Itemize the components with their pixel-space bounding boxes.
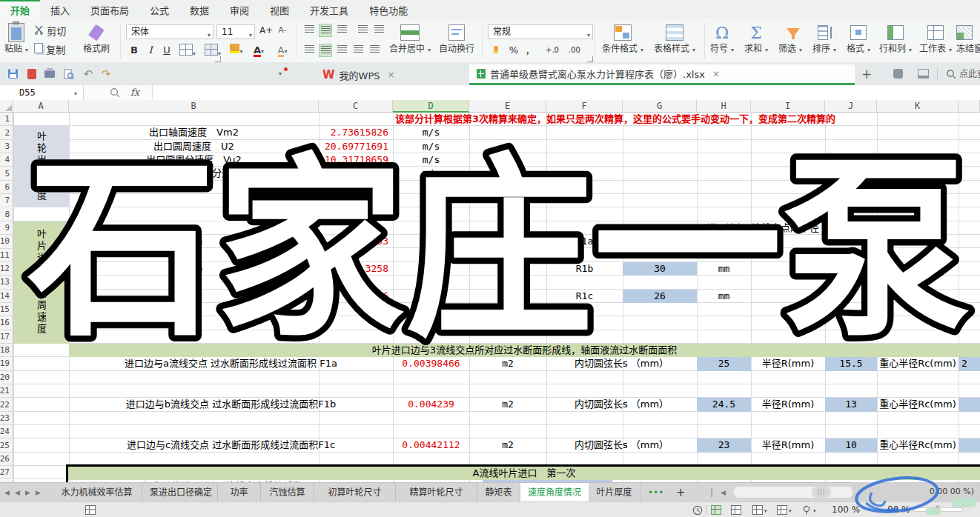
col-header-I[interactable]: I (751, 100, 825, 113)
sheet-tab-cavitation[interactable]: 汽蚀估算 (261, 483, 314, 502)
menu-tab-data[interactable]: 数据 (179, 0, 219, 19)
cell-unit[interactable]: m/s (393, 290, 469, 303)
sheet-tab-static-moment[interactable]: 静矩表 (477, 483, 520, 502)
cell-radius-input[interactable]: 13 (825, 398, 877, 411)
layout-switch-icon[interactable] (916, 67, 930, 80)
cell-note-D1[interactable]: 该部分计算根据第3次精算来确定，如果只是两次精算，这里的公式要手动变动一下，变成… (395, 113, 978, 126)
cell-area-unit[interactable]: m2 (469, 438, 546, 452)
export-pdf-icon[interactable] (25, 67, 39, 80)
align-bottom-button[interactable] (335, 24, 348, 37)
row-header[interactable]: 27 (0, 466, 13, 479)
cell-label[interactable]: 出口圆周速度 U2 (69, 140, 319, 153)
percent-button[interactable]: % (507, 44, 520, 57)
menu-tab-formulas[interactable]: 公式 (139, 0, 179, 19)
increase-indent-button[interactable] (372, 24, 385, 37)
align-right-button[interactable] (335, 44, 348, 57)
cell-area-value[interactable]: 0.004239 (393, 398, 469, 411)
row-header[interactable]: 9 (0, 221, 13, 235)
row-header[interactable]: 22 (0, 398, 13, 411)
col-header-L[interactable] (959, 100, 980, 113)
print-icon[interactable] (43, 67, 56, 80)
col-header-H[interactable]: H (697, 100, 751, 113)
highlight-button[interactable]: A▾ (276, 44, 289, 57)
more-sheets-button[interactable]: ••• (640, 483, 669, 502)
last-sheet-icon[interactable]: ▶ (36, 483, 41, 502)
cell-label[interactable]: 无穷叶片数出口圆周分速度U∞2 (69, 167, 319, 180)
cell-radius-label[interactable]: 半径R(mm) (751, 398, 825, 411)
normal-view-button[interactable] (711, 505, 721, 515)
number-format-select[interactable]: 常规▾ (488, 24, 593, 39)
cell-unit[interactable]: m/s (393, 235, 469, 248)
cell-radius-note[interactable]: 进口边与3流线交点的半径 (678, 221, 824, 235)
print-preview-icon[interactable] (62, 67, 76, 80)
search-hint[interactable]: 点此查找命令 (959, 68, 980, 80)
row-header[interactable]: 26 (0, 453, 13, 466)
zoom-level[interactable]: 100 % (832, 502, 860, 517)
chevron-down-icon[interactable]: ▾ (764, 508, 767, 514)
format-button[interactable]: 格式 ▾ (842, 21, 875, 60)
scroll-left-icon[interactable]: ◀ (721, 483, 726, 502)
sort-button[interactable]: 排序 ▾ (808, 21, 841, 60)
cell-value[interactable]: 20.69771691 (319, 140, 393, 153)
borders-button[interactable]: ▾ (179, 44, 196, 57)
decrease-indent-button[interactable] (356, 24, 369, 37)
col-header-E[interactable]: E (469, 100, 546, 113)
full-screen-view-button[interactable] (777, 505, 787, 515)
cell-area-label[interactable]: 进口边与c流线交点 过水断面形成线过流面积F1c (69, 438, 393, 452)
menu-tab-insert[interactable]: 插入 (40, 0, 80, 19)
cell-label[interactable]: 出口圆周分速度 Vu2 (69, 153, 319, 167)
cell-radius-label[interactable]: 半径R(mm) (751, 438, 825, 452)
insert-function-button[interactable]: fx (130, 85, 139, 100)
row-header[interactable]: 18 (0, 344, 13, 357)
row-header[interactable]: 2 (0, 126, 13, 139)
cell-chord-label[interactable]: 内切圆弦长s （mm） (546, 398, 697, 411)
next-sheet-icon[interactable]: ▶ (25, 483, 30, 502)
cell-unit[interactable]: m/s (393, 153, 469, 167)
row-header[interactable]: 1 (0, 113, 13, 126)
number-dialog-launcher[interactable] (587, 56, 593, 62)
cell-area-unit[interactable]: m2 (469, 357, 546, 370)
font-color-button[interactable]: A▾ (252, 44, 265, 57)
sum-button[interactable]: Σ 求和 ▾ (740, 21, 772, 60)
row-header[interactable]: 25 (0, 438, 13, 452)
close-icon[interactable]: × (712, 69, 720, 79)
row-header[interactable]: 11 (0, 249, 13, 262)
filter-button[interactable]: 筛选 ▾ (774, 21, 807, 60)
col-header-A[interactable]: A (13, 100, 69, 113)
wrap-text-button[interactable]: 自动换行 (436, 21, 477, 60)
shrink-font-button[interactable]: A- (276, 24, 289, 37)
formula-input[interactable] (152, 85, 980, 100)
row-header[interactable]: 16 (0, 316, 13, 330)
cell-radius-input[interactable]: 10 (825, 438, 877, 452)
col-header-K[interactable]: K (877, 100, 959, 113)
cell-radius-label[interactable]: 半径R(mm) (751, 357, 825, 370)
menu-tab-special[interactable]: 特色功能 (359, 0, 418, 19)
menu-tab-review[interactable]: 审阅 (219, 0, 259, 19)
magnifier-icon[interactable] (110, 87, 120, 100)
new-tab-button[interactable]: + (860, 67, 873, 80)
cell-label[interactable]: U1c (69, 290, 319, 303)
cell-r-unit[interactable]: mm (697, 235, 751, 248)
merged-cell-blade-inlet-velocity[interactable]: 叶片进口处圆周速度 (13, 221, 69, 344)
draw-border-button[interactable]: ▾ (205, 44, 221, 57)
history-icon[interactable] (692, 505, 703, 515)
col-header-D[interactable]: D (393, 100, 469, 113)
merged-cell-impeller-outlet-velocity[interactable]: 叶轮出口速度 (13, 126, 69, 207)
row-header[interactable]: 13 (0, 276, 13, 289)
row-header[interactable]: 12 (0, 262, 13, 276)
cell-r-value-input[interactable]: 35.5 (623, 235, 697, 248)
select-all-corner[interactable] (0, 100, 13, 113)
clipboard-dialog-launcher[interactable] (215, 56, 221, 62)
cell-area-label[interactable]: 进口边与a流线交点 过水断面形成线过流面积 F1a (69, 357, 393, 370)
zoom-pin-icon[interactable] (802, 505, 812, 515)
cell-r-value-input[interactable]: 26 (623, 290, 697, 303)
cell-value[interactable]: 2.73615826 (319, 126, 393, 139)
doc-tab-home[interactable]: W 我的WPS × (315, 64, 467, 85)
prev-sheet-icon[interactable]: ◀ (15, 483, 20, 502)
worksheet-button[interactable]: 工作表 ▾ (916, 21, 955, 60)
cell-label[interactable]: 出口轴面速度 Vm2 (69, 126, 319, 139)
cell-rc-input[interactable]: 2 (959, 357, 980, 370)
underline-button[interactable]: U (160, 44, 173, 57)
sheet-tab-efficiency[interactable]: 水力机械效率估算 (52, 483, 142, 502)
a-streamline-header[interactable]: A流线叶片进口 第一次 (68, 467, 980, 480)
